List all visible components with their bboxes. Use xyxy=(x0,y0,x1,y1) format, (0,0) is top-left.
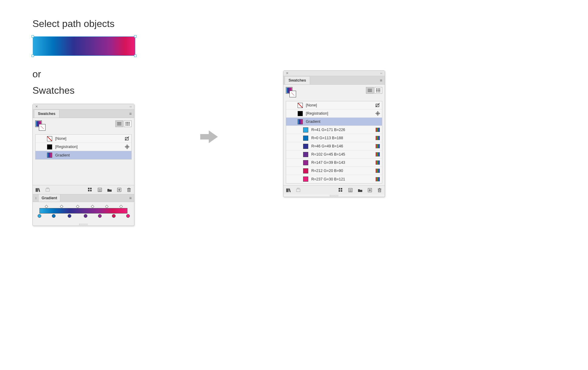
trash-icon[interactable] xyxy=(126,187,132,193)
gradient-swatch-icon xyxy=(298,119,303,124)
gradient-midpoint[interactable] xyxy=(60,205,63,208)
tab-swatches[interactable]: Swatches xyxy=(285,76,310,84)
swatch-row[interactable]: R=212 G=20 B=90 xyxy=(286,167,382,175)
expand-collapse-icon[interactable]: ⇳ xyxy=(35,197,37,200)
library-icon[interactable] xyxy=(286,187,291,193)
grid-icon xyxy=(376,89,380,92)
swatch-row[interactable]: R=41 G=171 B=226 xyxy=(286,126,382,134)
swatch-list: [None][Registration]Gradient xyxy=(35,134,132,160)
panel-titlebar: ✕ ‹‹ xyxy=(33,104,134,109)
list-view-button[interactable] xyxy=(115,120,123,127)
heading-select-path: Select path objects xyxy=(32,18,114,29)
swatch-label: [Registration] xyxy=(55,145,122,149)
registration-icon-slot xyxy=(125,144,130,149)
gradient-ramp[interactable] xyxy=(39,208,127,214)
svg-rect-73 xyxy=(378,189,381,192)
swatch-row[interactable]: R=102 G=45 B=145 xyxy=(286,150,382,159)
list-view-button[interactable] xyxy=(366,87,374,94)
rgb-mode-icon xyxy=(376,128,380,132)
rgb-mode-icon xyxy=(376,152,380,156)
gradient-midpoint[interactable] xyxy=(76,205,79,208)
rgb-icon-slot xyxy=(375,144,380,149)
resize-grip[interactable] xyxy=(33,223,134,226)
stroke-well[interactable] xyxy=(289,91,296,97)
stroke-well[interactable] xyxy=(39,124,46,131)
close-icon[interactable]: ✕ xyxy=(35,105,38,109)
gradient-stop[interactable] xyxy=(98,214,102,218)
fill-stroke-wells[interactable] xyxy=(35,120,47,132)
gradient-stop[interactable] xyxy=(38,214,41,218)
resize-grip[interactable] xyxy=(283,194,385,197)
swatch-row[interactable]: Gradient xyxy=(35,151,131,159)
swatch-row[interactable]: [None] xyxy=(35,135,131,143)
gradient-midpoint[interactable] xyxy=(91,205,94,208)
swatch-kind-icon[interactable] xyxy=(338,187,343,193)
new-swatch-icon[interactable] xyxy=(367,187,373,193)
svg-rect-22 xyxy=(47,188,49,189)
panel-titlebar: ✕ ‹‹ xyxy=(283,71,385,76)
gradient-stop[interactable] xyxy=(126,214,130,218)
svg-rect-46 xyxy=(378,90,379,91)
gradient-stop[interactable] xyxy=(112,214,116,218)
rgb-mode-icon xyxy=(376,136,380,140)
svg-rect-34 xyxy=(128,189,130,192)
svg-rect-43 xyxy=(378,89,379,89)
panel-menu-icon[interactable]: ≡ xyxy=(129,196,132,200)
swatch-label: R=41 G=171 B=226 xyxy=(311,128,372,132)
selected-path-object[interactable] xyxy=(33,36,135,56)
swatch-row[interactable]: [None] xyxy=(286,101,382,109)
gradient-midpoint[interactable] xyxy=(119,205,123,208)
list-icon xyxy=(117,122,121,126)
trash-icon[interactable] xyxy=(377,187,382,193)
new-swatch-icon[interactable] xyxy=(117,187,122,193)
color-swatch-icon xyxy=(47,144,52,150)
swatch-group-icon[interactable] xyxy=(45,187,50,193)
rgb-mode-icon xyxy=(376,160,380,165)
svg-rect-61 xyxy=(297,188,299,189)
grid-view-button[interactable] xyxy=(124,120,132,127)
fill-stroke-wells[interactable] xyxy=(286,87,298,99)
svg-rect-57 xyxy=(286,189,287,192)
gradient-stop[interactable] xyxy=(84,214,87,218)
swatch-row[interactable]: R=46 G=49 B=146 xyxy=(286,142,382,150)
swatch-row[interactable]: R=0 G=113 B=188 xyxy=(286,134,382,142)
gradient-midpoint[interactable] xyxy=(105,205,108,208)
selection-handle[interactable] xyxy=(32,35,34,38)
grid-view-button[interactable] xyxy=(374,87,382,94)
swatch-list: [None][Registration]GradientR=41 G=171 B… xyxy=(286,101,382,183)
gradient-stop[interactable] xyxy=(52,214,56,218)
gradient-stop[interactable] xyxy=(68,214,71,218)
gradient-midpoint[interactable] xyxy=(45,205,48,208)
selection-handle[interactable] xyxy=(134,35,137,38)
swatch-row[interactable]: R=237 G=30 B=121 xyxy=(286,175,382,183)
swatch-row[interactable]: [Registration] xyxy=(286,109,382,118)
swatch-options-icon[interactable] xyxy=(348,187,353,193)
none-swatch-icon xyxy=(47,136,52,141)
collapse-icon[interactable]: ‹‹ xyxy=(380,72,382,75)
swatch-kind-icon[interactable] xyxy=(87,187,93,193)
swatch-row[interactable]: R=147 G=39 B=143 xyxy=(286,159,382,167)
color-swatch-icon xyxy=(303,144,308,149)
heading-or: or xyxy=(32,69,41,80)
swatch-row[interactable]: [Registration] xyxy=(35,143,131,151)
tab-gradient[interactable]: Gradient xyxy=(38,194,60,202)
swatch-row[interactable]: Gradient xyxy=(286,118,382,126)
swatch-group-icon[interactable] xyxy=(296,187,301,193)
panel-menu-icon[interactable]: ≡ xyxy=(380,78,382,83)
panel-menu-icon[interactable]: ≡ xyxy=(129,111,132,116)
library-icon[interactable] xyxy=(35,187,41,193)
selection-handle[interactable] xyxy=(32,55,34,57)
collapse-icon[interactable]: ‹‹ xyxy=(130,105,132,108)
svg-rect-49 xyxy=(378,92,379,92)
view-toggle xyxy=(115,120,132,127)
folder-icon[interactable] xyxy=(107,187,112,193)
tab-swatches[interactable]: Swatches xyxy=(34,109,59,118)
tab-row-gradient: ⇳ Gradient ≡ xyxy=(33,194,134,202)
svg-rect-64 xyxy=(339,190,340,192)
close-icon[interactable]: ✕ xyxy=(286,71,289,75)
selection-handle[interactable] xyxy=(134,55,137,57)
registration-icon-slot xyxy=(375,111,380,116)
swatch-options-icon[interactable] xyxy=(97,187,103,193)
svg-rect-44 xyxy=(379,89,380,89)
folder-icon[interactable] xyxy=(357,187,363,193)
